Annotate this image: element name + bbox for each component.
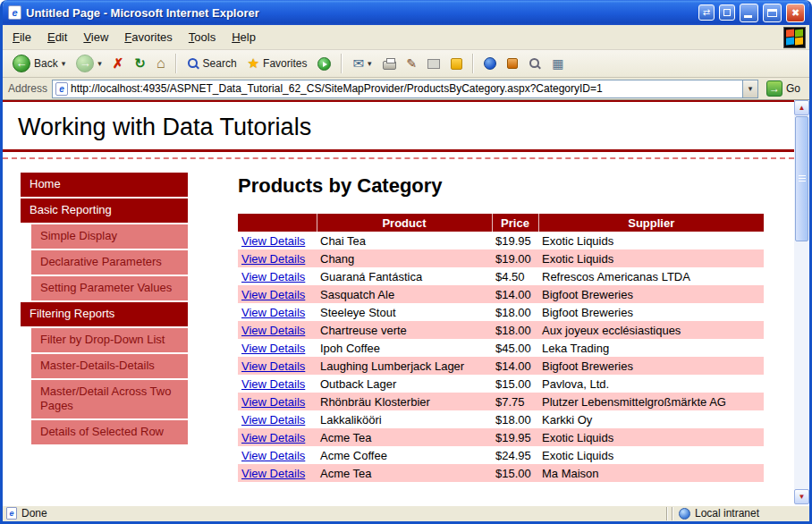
- view-details-cell: View Details: [238, 357, 317, 375]
- address-input[interactable]: [68, 82, 742, 95]
- sidebar-item[interactable]: Home: [21, 173, 188, 197]
- header-row: Product Price Supplier: [238, 214, 764, 232]
- edit-button[interactable]: ✎: [402, 55, 422, 72]
- minimize-button[interactable]: [740, 4, 758, 22]
- sidebar-item[interactable]: Master/Detail Across Two Pages: [31, 380, 188, 418]
- view-details-link[interactable]: View Details: [241, 306, 305, 319]
- view-details-cell: View Details: [238, 232, 317, 249]
- toolbar-separator: [341, 54, 343, 73]
- view-details-link[interactable]: View Details: [241, 467, 305, 480]
- view-details-link[interactable]: View Details: [241, 324, 305, 337]
- refresh-button[interactable]: ↻: [130, 54, 150, 73]
- close-button[interactable]: ✖: [786, 4, 805, 22]
- address-dropdown-button[interactable]: ▾: [742, 80, 757, 97]
- scroll-down-button[interactable]: ▼: [794, 489, 809, 504]
- print-icon: [383, 61, 396, 70]
- search-button[interactable]: Search: [182, 55, 241, 72]
- research-button[interactable]: [479, 55, 501, 72]
- view-details-link[interactable]: View Details: [241, 413, 305, 427]
- sidebar-item[interactable]: Details of Selected Row: [31, 420, 188, 444]
- back-button[interactable]: ← Back ▾: [8, 53, 70, 74]
- view-details-cell: View Details: [238, 393, 317, 410]
- content-area: Working with Data Tutorials HomeBasic Re…: [3, 100, 809, 504]
- view-details-link[interactable]: View Details: [241, 431, 305, 444]
- view-details-cell: View Details: [238, 321, 317, 339]
- media-button[interactable]: [313, 55, 335, 72]
- main-content: Products by Category Product Price Suppl…: [238, 173, 794, 482]
- marker-button[interactable]: [503, 56, 522, 71]
- supplier-cell: Bigfoot Breweries: [538, 285, 764, 303]
- view-details-link[interactable]: View Details: [241, 270, 305, 283]
- maximize-button[interactable]: [763, 4, 782, 22]
- refresh-icon: ↻: [134, 55, 146, 72]
- mail-button[interactable]: ✉ ▾: [348, 54, 376, 73]
- page-title: Products by Category: [238, 174, 773, 198]
- go-button[interactable]: → Go: [763, 80, 804, 97]
- sidebar-item[interactable]: Simple Display: [31, 224, 188, 249]
- view-details-link[interactable]: View Details: [241, 252, 305, 266]
- zoom-button[interactable]: [524, 55, 546, 72]
- forward-button[interactable]: → ▾: [72, 53, 106, 74]
- col-header-product: Product: [317, 214, 492, 232]
- view-details-link[interactable]: View Details: [241, 234, 305, 248]
- sidebar-item[interactable]: Filter by Drop-Down List: [31, 328, 188, 352]
- minimize-icon: [744, 15, 752, 18]
- home-button[interactable]: ⌂: [152, 54, 170, 73]
- menu-item-favorites[interactable]: Favorites: [116, 27, 180, 47]
- view-details-cell: View Details: [238, 375, 317, 393]
- view-details-cell: View Details: [238, 303, 317, 321]
- col-header-price: Price: [492, 214, 538, 232]
- price-cell: $18.00: [492, 321, 538, 339]
- sidebar-item[interactable]: Master-Details-Details: [31, 354, 188, 378]
- view-details-link[interactable]: View Details: [241, 449, 305, 462]
- toolbar: ← Back ▾ → ▾ ✗ ↻ ⌂ Search ★ Favorites ✉ …: [3, 50, 809, 78]
- table-row: View DetailsLakkalikööri$18.00Karkki Oy: [238, 410, 764, 428]
- menu-item-help[interactable]: Help: [224, 27, 264, 47]
- menu-item-view[interactable]: View: [75, 27, 116, 47]
- messenger-button[interactable]: [446, 56, 467, 72]
- mail-dropdown-icon[interactable]: ▾: [368, 59, 372, 68]
- menu-item-tools[interactable]: Tools: [181, 27, 224, 47]
- sidebar-item[interactable]: Filtering Reports: [21, 302, 188, 326]
- toolbar-separator: [175, 54, 177, 73]
- supplier-cell: Exotic Liquids: [538, 428, 764, 446]
- dev-toolbar-button[interactable]: ▦: [547, 55, 568, 72]
- sidebar-item[interactable]: Basic Reporting: [21, 199, 188, 223]
- scroll-up-button[interactable]: ▲: [794, 100, 809, 115]
- view-details-link[interactable]: View Details: [241, 377, 305, 391]
- vertical-scrollbar[interactable]: ▲ ▼: [794, 100, 809, 504]
- forward-dropdown-icon[interactable]: ▾: [97, 59, 102, 68]
- view-details-cell: View Details: [238, 428, 317, 446]
- table-row: View DetailsSteeleye Stout$18.00Bigfoot …: [238, 303, 764, 321]
- product-cell: Ipoh Coffee: [317, 339, 492, 357]
- page-body: HomeBasic ReportingSimple DisplayDeclara…: [3, 173, 794, 482]
- price-cell: $14.00: [492, 357, 538, 375]
- price-cell: $15.00: [492, 464, 538, 482]
- product-cell: Outback Lager: [317, 375, 492, 393]
- discuss-button[interactable]: [423, 57, 444, 71]
- menu-item-file[interactable]: File: [4, 27, 39, 47]
- supplier-cell: Karkki Oy: [538, 410, 764, 428]
- stop-button[interactable]: ✗: [108, 54, 129, 73]
- favorites-button[interactable]: ★ Favorites: [243, 54, 312, 73]
- view-details-link[interactable]: View Details: [241, 288, 305, 301]
- table-row: View DetailsChang$19.00Exotic Liquids: [238, 249, 764, 267]
- product-cell: Sasquatch Ale: [317, 285, 492, 303]
- print-button[interactable]: [378, 55, 401, 72]
- menu-item-edit[interactable]: Edit: [39, 27, 75, 47]
- extra-button-1[interactable]: ⇄: [698, 4, 715, 21]
- sidebar-item[interactable]: Declarative Parameters: [31, 250, 188, 275]
- scrollbar-thumb[interactable]: [795, 116, 808, 241]
- sidebar-item[interactable]: Setting Parameter Values: [31, 276, 188, 300]
- supplier-cell: Aux joyeux ecclésiastiques: [538, 321, 764, 339]
- view-details-link[interactable]: View Details: [241, 342, 305, 355]
- extra-button-2[interactable]: [719, 4, 735, 21]
- supplier-cell: Exotic Liquids: [538, 446, 764, 464]
- view-details-link[interactable]: View Details: [241, 395, 305, 409]
- table-row: View DetailsAcme Tea$15.00Ma Maison: [238, 464, 764, 482]
- menu-bar: FileEditViewFavoritesToolsHelp: [3, 25, 809, 50]
- table-row: View DetailsGuaraná Fantástica$4.50Refre…: [238, 267, 764, 285]
- back-dropdown-icon[interactable]: ▾: [62, 59, 66, 68]
- view-details-link[interactable]: View Details: [241, 359, 305, 373]
- table-row: View DetailsChartreuse verte$18.00Aux jo…: [238, 321, 764, 339]
